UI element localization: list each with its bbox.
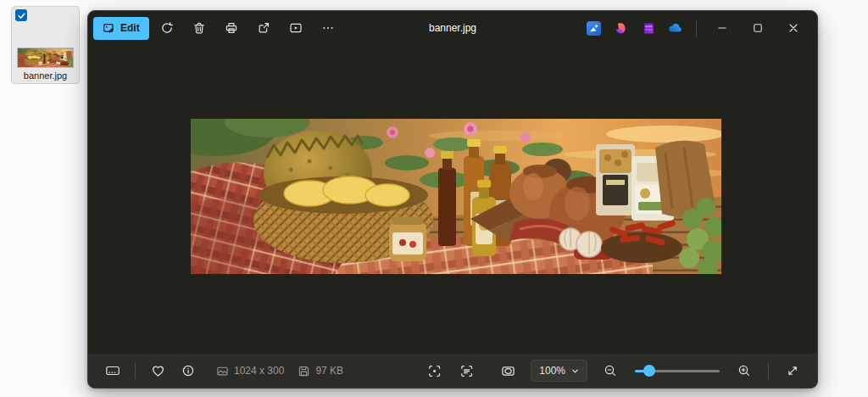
rotate-button[interactable] <box>153 15 181 41</box>
fullscreen-icon <box>786 364 799 377</box>
scan-search-icon <box>427 364 442 378</box>
zoom-to-fit-button[interactable] <box>493 358 522 383</box>
close-button[interactable] <box>776 15 810 41</box>
edit-button[interactable]: Edit <box>93 17 149 40</box>
statusbar: 1024 x 300 97 KB <box>88 354 817 388</box>
onedrive-cloud-icon <box>667 20 683 36</box>
trash-icon <box>192 21 206 35</box>
file-info-button[interactable] <box>174 358 203 383</box>
zoom-slider-thumb[interactable] <box>643 365 655 377</box>
clipchamp-app-icon <box>641 21 655 36</box>
titlebar: Edit <box>88 11 817 45</box>
magnifier-minus-icon <box>604 364 617 377</box>
file-size-icon <box>298 365 310 377</box>
visual-search-scan-button[interactable] <box>420 358 448 383</box>
maximize-icon <box>753 23 763 33</box>
designer-button[interactable] <box>608 15 633 41</box>
zoom-level-value: 100% <box>539 365 565 377</box>
edit-button-label: Edit <box>120 22 140 34</box>
rotate-icon <box>160 21 174 35</box>
file-item-banner[interactable]: banner.jpg <box>11 6 80 84</box>
zoom-slider[interactable] <box>635 365 720 377</box>
file-selected-checkbox[interactable] <box>15 9 27 21</box>
designer-app-icon <box>614 21 628 36</box>
zoom-level-dropdown[interactable]: 100% <box>531 360 587 382</box>
filmstrip-toggle-button[interactable] <box>98 358 127 383</box>
zoom-out-button[interactable] <box>596 358 625 383</box>
filmstrip-icon <box>105 363 120 378</box>
edit-image-icon <box>103 22 115 35</box>
minimize-icon <box>717 23 727 33</box>
fullscreen-button[interactable] <box>778 358 807 383</box>
zoom-in-button[interactable] <box>730 358 759 383</box>
file-size: 97 KB <box>298 365 343 377</box>
onedrive-button[interactable] <box>662 15 687 41</box>
favorite-button[interactable] <box>143 358 172 383</box>
visual-search-button[interactable] <box>581 15 606 41</box>
text-scan-icon <box>459 364 474 378</box>
minimize-button[interactable] <box>705 15 739 41</box>
visual-search-app-icon <box>587 21 601 36</box>
share-icon <box>257 21 270 35</box>
file-name-label: banner.jpg <box>12 70 79 81</box>
share-button[interactable] <box>249 15 278 41</box>
close-icon <box>788 23 798 33</box>
photo-banner-image[interactable] <box>191 119 721 274</box>
statusbar-divider-right <box>768 362 769 379</box>
titlebar-divider <box>696 20 697 36</box>
text-actions-button[interactable] <box>452 358 481 383</box>
magnifier-plus-icon <box>737 364 751 377</box>
info-icon <box>181 364 195 377</box>
slideshow-icon <box>289 21 303 35</box>
dimensions-icon <box>216 365 229 377</box>
chevron-down-icon <box>571 367 579 375</box>
print-button[interactable] <box>217 15 246 41</box>
image-dimensions: 1024 x 300 <box>216 365 284 377</box>
slideshow-button[interactable] <box>281 15 310 41</box>
photo-canvas <box>88 45 817 354</box>
delete-button[interactable] <box>185 15 214 41</box>
more-options-button[interactable] <box>314 15 342 41</box>
dimensions-value: 1024 x 300 <box>234 365 284 377</box>
heart-icon <box>151 364 165 378</box>
maximize-button[interactable] <box>741 15 775 41</box>
file-explorer-background: banner.jpg <box>0 0 87 397</box>
file-thumbnail <box>17 48 74 68</box>
printer-icon <box>225 21 238 35</box>
statusbar-divider <box>135 362 136 379</box>
photos-app-window: Edit <box>87 10 818 389</box>
file-size-value: 97 KB <box>315 365 343 377</box>
window-title: banner.jpg <box>429 22 476 34</box>
clipchamp-button[interactable] <box>635 15 660 41</box>
zoom-to-fit-icon <box>501 364 515 378</box>
ellipsis-icon <box>321 21 335 35</box>
